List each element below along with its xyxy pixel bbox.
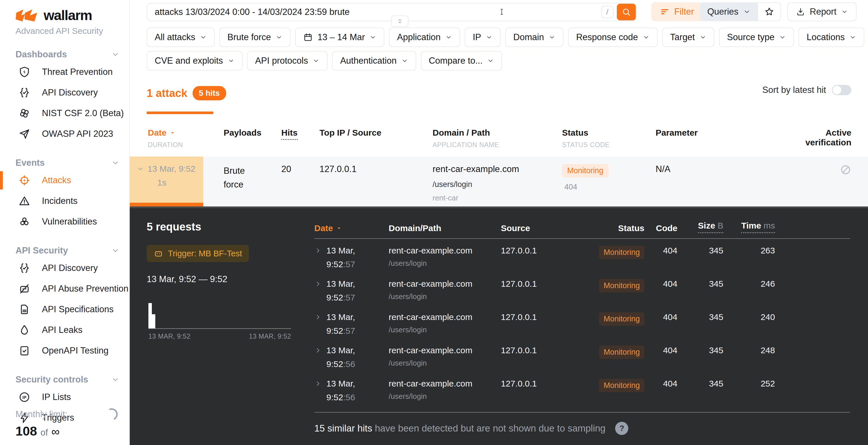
chip-domain[interactable]: Domain [505,28,563,47]
col-date[interactable]: Date DURATION [148,128,224,149]
requests-title: 5 requests [147,221,201,233]
attack-payloads: Brute force [224,164,261,206]
status-badge: Monitoring [599,379,644,392]
chip-authentication[interactable]: Authentication [332,51,416,71]
sidebar-item-api-abuse-prevention[interactable]: API Abuse Prevention [0,278,129,299]
sidebar-item-vulnerabilities[interactable]: Vulnerabilities [0,211,129,232]
sidebar-item-owasp-api[interactable]: OWASP API 2023 [0,124,129,144]
col-size[interactable]: Size B [677,221,723,233]
warning-triangle-icon [19,195,30,207]
sidebar: wallarm Advanced API Security Dashboards… [0,0,130,445]
sidebar-item-api-discovery-2[interactable]: API Discovery [0,258,129,278]
status-badge: Monitoring [599,312,644,326]
chip-all-attacks[interactable]: All attacks [147,28,215,47]
sidebar-item-threat-prevention[interactable]: Threat Prevention [0,62,129,82]
attack-domain[interactable]: rent-car-example.com [433,164,562,174]
status-badge: Monitoring [599,246,644,259]
sidebar-item-api-leaks[interactable]: API Leaks [0,320,129,340]
search-button[interactable] [617,4,636,20]
chip-api-protocols[interactable]: API protocols [247,51,328,71]
filter-icon [660,7,670,16]
chip-target[interactable]: Target [662,28,714,47]
filter-chips-row-1: All attacks Brute force 13 – 14 Mar Appl… [147,28,864,47]
chip-source-type[interactable]: Source type [719,28,794,47]
chart-x-labels: 13 MAR, 9:52 13 MAR, 9:52 [148,333,291,340]
chevron-down-icon [136,165,144,173]
search-input[interactable] [147,7,601,18]
chip-date-range[interactable]: 13 – 14 Mar [295,28,384,47]
sidebar-item-nist-csf[interactable]: NIST CSF 2.0 (Beta) [0,103,129,124]
attack-status-cell: Monitoring 404 [562,164,656,206]
infinity-icon: ∞ [51,425,60,438]
sidebar-section-security-controls[interactable]: Security controls [0,372,129,387]
chevron-down-icon [401,57,408,64]
robot-slash-icon [19,283,30,295]
chip-response-code[interactable]: Response code [568,28,657,47]
sidebar-section-api-security[interactable]: API Security [0,243,129,258]
time-range: 13 Mar, 9:52 — 9:52 [147,274,227,284]
sidebar-section-dashboards[interactable]: Dashboards [0,47,129,62]
status-badge: Monitoring [562,164,609,177]
chip-ip[interactable]: IP [465,28,501,47]
braces-check-icon [19,262,30,274]
sidebar-item-ip-lists[interactable]: IP Lists [0,387,129,407]
sidebar-section-events[interactable]: Events [0,156,129,170]
col-parameter: Parameter [656,128,735,149]
report-button[interactable]: Report [787,2,857,21]
chip-compare-to[interactable]: Compare to... [421,51,502,71]
monthly-limit-used: 108 [16,424,37,439]
paper-plane-icon [19,128,30,140]
chevron-right-icon[interactable] [314,280,322,287]
trigger-badge[interactable]: Trigger: MB BF-Test [147,245,249,262]
chevron-right-icon[interactable] [314,313,322,321]
chevron-down-icon [313,57,319,64]
sidebar-item-attacks[interactable]: Attacks [0,170,129,191]
request-row[interactable]: 13 Mar, 9:52:57 rent-car-example.com /us… [314,272,850,305]
chip-cve-exploits[interactable]: CVE and exploits [147,51,243,71]
col-active-verification: Active verification [798,128,851,149]
chip-locations[interactable]: Locations [799,28,864,47]
chevron-down-icon [700,34,706,41]
request-row[interactable]: 13 Mar, 9:52:57 rent-car-example.com /us… [314,239,850,272]
active-tab-indicator [147,111,213,114]
help-icon[interactable]: ? [615,422,628,435]
sidebar-item-api-specifications[interactable]: API Specifications [0,299,129,320]
attack-details-panel: 5 requests Trigger: MB BF-Test 13 Mar, 9… [130,206,868,445]
request-row[interactable]: 13 Mar, 9:52:56 rent-car-example.com /us… [314,372,850,405]
chip-application[interactable]: Application [389,28,460,47]
chevron-down-icon [643,34,650,41]
status-badge: Monitoring [599,345,644,359]
chevron-down-icon [369,34,376,41]
filter-button[interactable]: Filter [651,2,703,21]
ip-circle-icon [19,391,30,403]
queries-button[interactable]: Queries [700,2,758,21]
chevron-right-icon[interactable] [314,247,322,254]
sidebar-item-incidents[interactable]: Incidents [0,191,129,211]
collapse-filters-button[interactable] [391,15,408,27]
star-icon [764,7,774,17]
chip-brute-force[interactable]: Brute force [219,28,290,47]
requests-table: Date Domain/Path Source Status Code Size… [314,221,850,435]
chevron-right-icon[interactable] [314,347,322,354]
request-row[interactable]: 13 Mar, 9:52:57 rent-car-example.com /us… [314,305,850,339]
sort-carets-icon [396,18,404,25]
brand-subtitle: Advanced API Security [0,26,129,36]
col-hits[interactable]: Hits [281,128,319,149]
chevron-down-icon [228,57,235,64]
sidebar-item-api-discovery[interactable]: API Discovery [0,82,129,103]
slash-key-hint: / [601,6,613,19]
attack-row[interactable]: 13 Mar, 9:52 1s Brute force 20 127.0.0.1… [130,157,868,206]
sidebar-item-openapi-testing[interactable]: OpenAPI Testing [0,340,129,361]
chevron-down-icon [112,376,119,384]
sort-toggle[interactable] [832,85,851,95]
request-row[interactable]: 13 Mar, 9:52:56 rent-car-example.com /us… [314,339,850,372]
col-time[interactable]: Time ms [723,221,775,233]
col-date[interactable]: Date [314,224,389,233]
active-verification-cell[interactable] [840,164,851,206]
favorite-query-button[interactable] [758,2,781,21]
attacks-summary-tab[interactable]: 1 attack 5 hits [147,86,226,100]
chevron-right-icon[interactable] [314,380,322,387]
prohibited-icon [840,164,851,175]
brand[interactable]: wallarm [0,7,129,23]
monthly-limit-label: Monthly limit: [16,409,67,419]
